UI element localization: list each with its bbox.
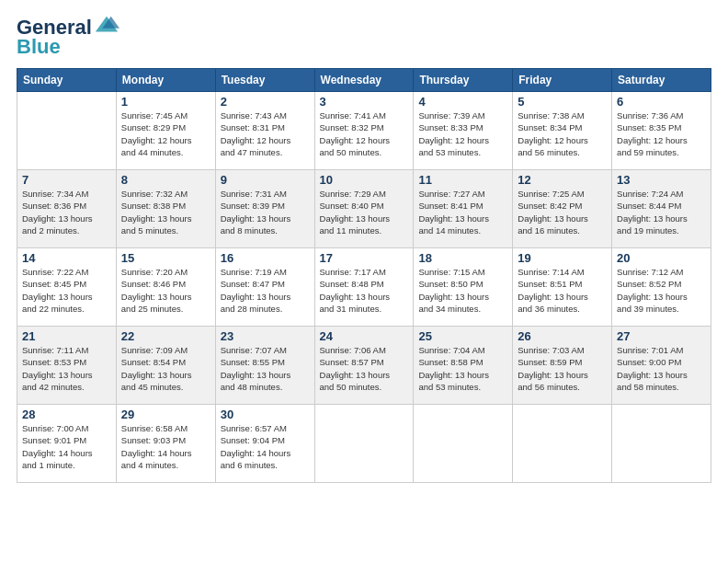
day-number: 26: [518, 329, 607, 343]
day-info: Sunrise: 7:41 AMSunset: 8:32 PMDaylight:…: [320, 109, 409, 158]
day-number: 29: [121, 408, 210, 421]
calendar-week-row: 21Sunrise: 7:11 AMSunset: 8:53 PMDayligh…: [17, 327, 711, 405]
day-info: Sunrise: 7:24 AMSunset: 8:44 PMDaylight:…: [617, 188, 706, 236]
day-info: Sunrise: 7:19 AMSunset: 8:47 PMDaylight:…: [221, 266, 310, 315]
day-info: Sunrise: 7:34 AMSunset: 8:36 PMDaylight:…: [22, 188, 111, 236]
calendar-cell: 1Sunrise: 7:45 AMSunset: 8:29 PMDaylight…: [116, 92, 215, 170]
calendar-cell: 10Sunrise: 7:29 AMSunset: 8:40 PMDayligh…: [314, 170, 414, 248]
day-number: 9: [221, 173, 310, 187]
day-number: 15: [121, 251, 210, 265]
calendar-cell: 20Sunrise: 7:12 AMSunset: 8:52 PMDayligh…: [612, 248, 711, 327]
calendar-cell: 19Sunrise: 7:14 AMSunset: 8:51 PMDayligh…: [513, 248, 612, 327]
calendar-cell: 17Sunrise: 7:17 AMSunset: 8:48 PMDayligh…: [314, 248, 414, 327]
day-info: Sunrise: 6:57 AMSunset: 9:04 PMDaylight:…: [221, 422, 310, 471]
day-number: 28: [22, 408, 111, 421]
calendar: SundayMondayTuesdayWednesdayThursdayFrid…: [17, 68, 711, 483]
calendar-cell: 13Sunrise: 7:24 AMSunset: 8:44 PMDayligh…: [612, 170, 711, 248]
page: General Blue SundayMondayTuesdayWednesda…: [0, 0, 728, 492]
day-number: 21: [22, 329, 111, 343]
calendar-cell: 18Sunrise: 7:15 AMSunset: 8:50 PMDayligh…: [414, 248, 513, 327]
calendar-cell: 30Sunrise: 6:57 AMSunset: 9:04 PMDayligh…: [215, 405, 314, 483]
day-number: 13: [617, 173, 706, 187]
day-info: Sunrise: 7:07 AMSunset: 8:55 PMDaylight:…: [221, 344, 310, 393]
day-info: Sunrise: 7:03 AMSunset: 8:59 PMDaylight:…: [518, 344, 607, 393]
calendar-cell: 28Sunrise: 7:00 AMSunset: 9:01 PMDayligh…: [17, 405, 117, 483]
day-info: Sunrise: 7:06 AMSunset: 8:57 PMDaylight:…: [320, 344, 409, 393]
calendar-cell: 29Sunrise: 6:58 AMSunset: 9:03 PMDayligh…: [116, 405, 215, 483]
day-number: 27: [617, 329, 706, 343]
weekday-header: Wednesday: [314, 69, 414, 92]
day-number: 12: [518, 173, 607, 187]
day-number: 30: [221, 408, 310, 421]
day-number: 19: [518, 251, 607, 265]
day-number: 11: [418, 173, 507, 187]
calendar-cell: 14Sunrise: 7:22 AMSunset: 8:45 PMDayligh…: [17, 248, 117, 327]
weekday-header: Monday: [116, 69, 215, 92]
day-info: Sunrise: 7:43 AMSunset: 8:31 PMDaylight:…: [221, 109, 310, 158]
calendar-cell: 27Sunrise: 7:01 AMSunset: 9:00 PMDayligh…: [612, 327, 711, 405]
day-info: Sunrise: 7:32 AMSunset: 8:38 PMDaylight:…: [121, 188, 210, 236]
day-info: Sunrise: 7:00 AMSunset: 9:01 PMDaylight:…: [22, 422, 111, 471]
calendar-week-row: 1Sunrise: 7:45 AMSunset: 8:29 PMDaylight…: [17, 92, 711, 170]
calendar-cell: 22Sunrise: 7:09 AMSunset: 8:54 PMDayligh…: [116, 327, 215, 405]
logo-icon: [94, 13, 119, 39]
calendar-cell: 25Sunrise: 7:04 AMSunset: 8:58 PMDayligh…: [414, 327, 513, 405]
calendar-cell: 2Sunrise: 7:43 AMSunset: 8:31 PMDaylight…: [215, 92, 314, 170]
calendar-cell: 12Sunrise: 7:25 AMSunset: 8:42 PMDayligh…: [513, 170, 612, 248]
day-number: 18: [418, 251, 507, 265]
calendar-cell: 16Sunrise: 7:19 AMSunset: 8:47 PMDayligh…: [215, 248, 314, 327]
header: General Blue: [17, 17, 711, 59]
calendar-cell: [513, 405, 612, 483]
day-info: Sunrise: 7:25 AMSunset: 8:42 PMDaylight:…: [518, 188, 607, 236]
day-number: 10: [320, 173, 409, 187]
day-number: 8: [121, 173, 210, 187]
calendar-cell: 9Sunrise: 7:31 AMSunset: 8:39 PMDaylight…: [215, 170, 314, 248]
day-info: Sunrise: 7:20 AMSunset: 8:46 PMDaylight:…: [121, 266, 210, 315]
day-number: 6: [617, 95, 706, 109]
day-info: Sunrise: 7:09 AMSunset: 8:54 PMDaylight:…: [121, 344, 210, 393]
day-number: 22: [121, 329, 210, 343]
calendar-cell: 5Sunrise: 7:38 AMSunset: 8:34 PMDaylight…: [513, 92, 612, 170]
day-number: 2: [221, 95, 310, 109]
day-number: 1: [121, 95, 210, 109]
day-number: 24: [320, 329, 409, 343]
calendar-week-row: 14Sunrise: 7:22 AMSunset: 8:45 PMDayligh…: [17, 248, 711, 327]
calendar-cell: [414, 405, 513, 483]
calendar-header-row: SundayMondayTuesdayWednesdayThursdayFrid…: [17, 69, 711, 92]
day-info: Sunrise: 7:14 AMSunset: 8:51 PMDaylight:…: [518, 266, 607, 315]
calendar-cell: 7Sunrise: 7:34 AMSunset: 8:36 PMDaylight…: [17, 170, 117, 248]
calendar-cell: 8Sunrise: 7:32 AMSunset: 8:38 PMDaylight…: [116, 170, 215, 248]
weekday-header: Thursday: [414, 69, 513, 92]
calendar-cell: 6Sunrise: 7:36 AMSunset: 8:35 PMDaylight…: [612, 92, 711, 170]
day-info: Sunrise: 7:11 AMSunset: 8:53 PMDaylight:…: [22, 344, 111, 393]
day-info: Sunrise: 7:27 AMSunset: 8:41 PMDaylight:…: [418, 188, 507, 236]
calendar-cell: 11Sunrise: 7:27 AMSunset: 8:41 PMDayligh…: [414, 170, 513, 248]
day-info: Sunrise: 7:31 AMSunset: 8:39 PMDaylight:…: [221, 188, 310, 236]
calendar-cell: 26Sunrise: 7:03 AMSunset: 8:59 PMDayligh…: [513, 327, 612, 405]
day-number: 7: [22, 173, 111, 187]
day-number: 23: [221, 329, 310, 343]
day-info: Sunrise: 7:12 AMSunset: 8:52 PMDaylight:…: [617, 266, 706, 315]
day-number: 3: [320, 95, 409, 109]
weekday-header: Sunday: [17, 69, 117, 92]
day-info: Sunrise: 7:15 AMSunset: 8:50 PMDaylight:…: [418, 266, 507, 315]
logo: General Blue: [17, 17, 119, 59]
weekday-header: Friday: [513, 69, 612, 92]
calendar-cell: [612, 405, 711, 483]
day-info: Sunrise: 7:39 AMSunset: 8:33 PMDaylight:…: [418, 109, 507, 158]
calendar-cell: 24Sunrise: 7:06 AMSunset: 8:57 PMDayligh…: [314, 327, 414, 405]
weekday-header: Tuesday: [215, 69, 314, 92]
day-number: 5: [518, 95, 607, 109]
calendar-cell: 15Sunrise: 7:20 AMSunset: 8:46 PMDayligh…: [116, 248, 215, 327]
calendar-cell: [17, 92, 117, 170]
calendar-week-row: 7Sunrise: 7:34 AMSunset: 8:36 PMDaylight…: [17, 170, 711, 248]
day-info: Sunrise: 7:36 AMSunset: 8:35 PMDaylight:…: [617, 109, 706, 158]
day-info: Sunrise: 7:45 AMSunset: 8:29 PMDaylight:…: [121, 109, 210, 158]
day-info: Sunrise: 7:38 AMSunset: 8:34 PMDaylight:…: [518, 109, 607, 158]
day-number: 25: [418, 329, 507, 343]
calendar-cell: 23Sunrise: 7:07 AMSunset: 8:55 PMDayligh…: [215, 327, 314, 405]
day-info: Sunrise: 7:01 AMSunset: 9:00 PMDaylight:…: [617, 344, 706, 393]
day-info: Sunrise: 6:58 AMSunset: 9:03 PMDaylight:…: [121, 422, 210, 471]
day-info: Sunrise: 7:29 AMSunset: 8:40 PMDaylight:…: [320, 188, 409, 236]
day-info: Sunrise: 7:17 AMSunset: 8:48 PMDaylight:…: [320, 266, 409, 315]
